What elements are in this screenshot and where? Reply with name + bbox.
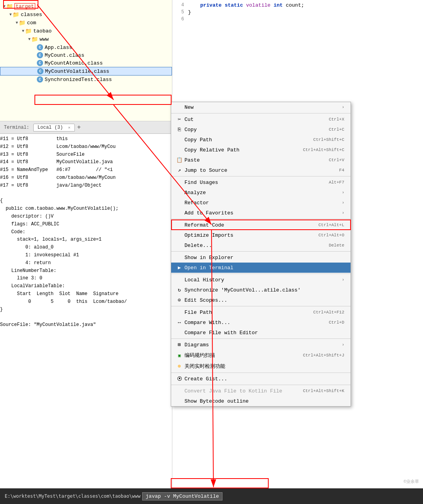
tree-label: www bbox=[40, 36, 49, 42]
menu-item-close-detect[interactable]: ⊗ 关闭实时检测功能 bbox=[171, 361, 351, 372]
code-line-6: 6 bbox=[172, 16, 423, 23]
tree-label: com bbox=[27, 20, 36, 26]
file-tree: ▼ 📁 target ▼ 📁 classes ▼ 📁 com ▼ 📁 taoba… bbox=[0, 0, 172, 121]
menu-item-new[interactable]: New › bbox=[171, 102, 351, 112]
tree-item-app-class[interactable]: C App.class bbox=[0, 43, 172, 51]
menu-item-copy[interactable]: ⎘ Copy Ctrl+C bbox=[171, 124, 351, 135]
menu-label: Compare File with Editor bbox=[184, 330, 344, 336]
menu-item-code-scan[interactable]: ▣ 编码规约扫描 Ctrl+Alt+Shift+J bbox=[171, 350, 351, 361]
menu-item-cut[interactable]: ✂ Cut Ctrl+X bbox=[171, 114, 351, 124]
menu-item-open-terminal[interactable]: ▶ Open in Terminal bbox=[171, 263, 351, 273]
tree-item-classes[interactable]: ▼ 📁 classes bbox=[0, 11, 172, 19]
terminal-label: Terminal: bbox=[4, 125, 29, 130]
menu-item-diagrams[interactable]: ⊞ Diagrams › bbox=[171, 340, 351, 350]
tree-item-mycountatomic-class[interactable]: C MyCountAtomic.class bbox=[0, 59, 172, 67]
bottom-bar: E:\worktest\MyTest\target\classes\com\ta… bbox=[0, 488, 423, 504]
terminal-content: #11 = Utf8 this #12 = Utf8 Lcom/taobao/w… bbox=[0, 134, 172, 488]
new-terminal-button[interactable]: + bbox=[77, 124, 81, 131]
menu-label: Refactor bbox=[184, 200, 342, 206]
menu-item-analyze[interactable]: Analyze › bbox=[171, 187, 351, 198]
tree-item-synchronized-class[interactable]: C SynchronizedTest.class bbox=[0, 76, 172, 83]
tree-item-www[interactable]: ▼ 📁 www bbox=[0, 35, 172, 43]
code-line-4: 4 private static volatile int count; bbox=[172, 2, 423, 9]
menu-item-paste[interactable]: 📋 Paste Ctrl+V bbox=[171, 155, 351, 165]
jump-icon: ↗ bbox=[176, 167, 183, 173]
line-number: 4 bbox=[172, 2, 188, 8]
shortcut: F4 bbox=[339, 168, 344, 173]
terminal-tab-local[interactable]: Local (3) ✕ bbox=[33, 124, 75, 131]
menu-item-find-usages[interactable]: Find Usages Alt+F7 bbox=[171, 177, 351, 187]
menu-item-copy-path[interactable]: Copy Path Ctrl+Shift+C bbox=[171, 135, 351, 145]
class-icon: C bbox=[37, 68, 43, 74]
term-line: Code: bbox=[0, 229, 172, 236]
menu-item-create-gist[interactable]: ⦿ Create Gist... bbox=[171, 374, 351, 384]
menu-label: Show in Explorer bbox=[184, 255, 344, 261]
menu-item-jump-source[interactable]: ↗ Jump to Source F4 bbox=[171, 165, 351, 175]
folder-icon: 📁 bbox=[25, 28, 32, 34]
shortcut: Ctrl+Alt+Shift+K bbox=[303, 389, 344, 393]
menu-item-refactor[interactable]: Refactor › bbox=[171, 198, 351, 208]
class-icon: C bbox=[37, 76, 43, 83]
watermark: ©业余草 bbox=[403, 479, 419, 484]
shortcut: Ctrl+X bbox=[329, 117, 344, 122]
tree-label: MyCountAtomic.class bbox=[45, 60, 103, 66]
term-line bbox=[0, 190, 172, 198]
tree-arrow: ▼ bbox=[9, 13, 12, 17]
tree-label: App.class bbox=[45, 45, 72, 50]
term-line: 0: aload_0 bbox=[0, 244, 172, 252]
shortcut: Ctrl+Alt+Shift+J bbox=[303, 353, 344, 358]
menu-label: Edit Scopes... bbox=[184, 297, 344, 303]
menu-label: Local History bbox=[184, 277, 342, 283]
close-detect-icon: ⊗ bbox=[176, 363, 183, 369]
menu-item-convert-kotlin[interactable]: Convert Java File to Kotlin File Ctrl+Al… bbox=[171, 386, 351, 396]
menu-item-compare-with[interactable]: ↔ Compare With... Ctrl+D bbox=[171, 317, 351, 328]
tree-label: MyCount.class bbox=[45, 52, 84, 58]
tree-item-com[interactable]: ▼ 📁 com bbox=[0, 19, 172, 27]
menu-item-show-explorer[interactable]: Show in Explorer bbox=[171, 252, 351, 263]
menu-item-compare-editor[interactable]: Compare File with Editor bbox=[171, 328, 351, 338]
line-content: } bbox=[188, 9, 191, 15]
menu-label: Show Bytecode outline bbox=[184, 398, 344, 404]
term-line: descriptor: ()V bbox=[0, 213, 172, 221]
term-line: Start Length Slot Name Signature bbox=[0, 290, 172, 298]
separator bbox=[171, 176, 351, 176]
menu-label: Convert Java File to Kotlin File bbox=[184, 388, 295, 394]
shortcut: Ctrl+Shift+C bbox=[313, 137, 344, 142]
submenu-arrow: › bbox=[342, 201, 344, 205]
menu-item-reformat[interactable]: Reformat Code Ctrl+Alt+L bbox=[171, 220, 351, 230]
tree-item-taobao[interactable]: ▼ 📁 taobao bbox=[0, 27, 172, 35]
menu-item-synchronize[interactable]: ↻ Synchronize 'MyCountVol...atile.class' bbox=[171, 285, 351, 295]
menu-item-copy-rel-path[interactable]: Copy Relative Path Ctrl+Alt+Shift+C bbox=[171, 145, 351, 155]
menu-item-edit-scopes[interactable]: ⊙ Edit Scopes... bbox=[171, 295, 351, 305]
menu-label: New bbox=[184, 104, 342, 110]
context-menu: New › ✂ Cut Ctrl+X ⎘ Copy Ctrl+C Copy Pa… bbox=[171, 102, 351, 407]
term-line: LineNumberTable: bbox=[0, 267, 172, 275]
menu-item-bytecode-outline[interactable]: Show Bytecode outline bbox=[171, 396, 351, 406]
menu-item-add-favorites[interactable]: Add to Favorites › bbox=[171, 208, 351, 218]
scopes-icon: ⊙ bbox=[176, 297, 183, 303]
tree-item-target[interactable]: ▼ 📁 target bbox=[0, 2, 172, 11]
term-line: } bbox=[0, 306, 172, 314]
tree-item-mycount-class[interactable]: C MyCount.class bbox=[0, 51, 172, 59]
menu-item-file-path[interactable]: File Path Ctrl+Alt+F12 bbox=[171, 307, 351, 317]
menu-item-delete[interactable]: Delete... Delete bbox=[171, 240, 351, 250]
paste-icon: 📋 bbox=[176, 157, 183, 163]
menu-item-local-history[interactable]: Local History › bbox=[171, 275, 351, 285]
separator bbox=[171, 274, 351, 274]
tree-arrow: ▼ bbox=[3, 4, 5, 9]
term-line: #11 = Utf8 this bbox=[0, 135, 172, 143]
menu-item-optimize-imports[interactable]: Optimize Imports Ctrl+Alt+O bbox=[171, 230, 351, 240]
tree-label: taobao bbox=[33, 28, 52, 34]
folder-icon: 📁 bbox=[13, 11, 19, 18]
tree-item-mycountvolatile-class[interactable]: C MyCountVolatile.class bbox=[0, 67, 172, 76]
diagrams-icon: ⊞ bbox=[176, 342, 183, 348]
shortcut: Alt+F7 bbox=[329, 180, 344, 185]
term-line: public com.taobao.www.MyCountVolatile(); bbox=[0, 205, 172, 213]
shortcut: Ctrl+Alt+F12 bbox=[313, 310, 344, 315]
menu-label: Cut bbox=[184, 117, 321, 122]
menu-label: Open in Terminal bbox=[184, 265, 344, 271]
close-icon[interactable]: ✕ bbox=[68, 126, 70, 130]
terminal-icon: ▶ bbox=[176, 265, 183, 271]
menu-label: Reformat Code bbox=[184, 222, 311, 228]
tree-arrow: ▼ bbox=[28, 37, 31, 41]
